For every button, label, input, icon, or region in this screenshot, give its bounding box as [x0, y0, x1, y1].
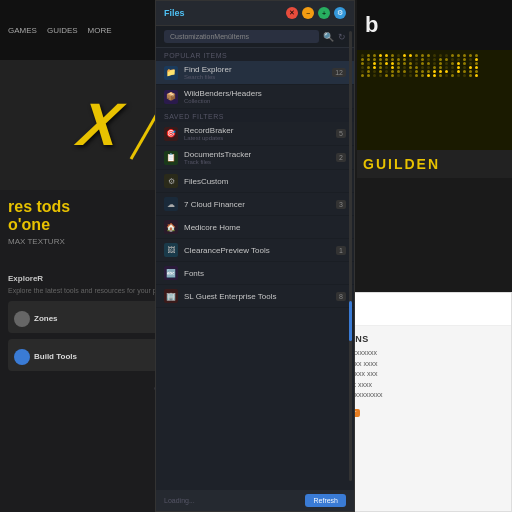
- dot-grid: [357, 50, 512, 81]
- center-panel: Files ✕ − + ⚙ CustomizationMenüItems 🔍 ↻…: [155, 0, 355, 512]
- menu-item-subtitle-1: Collection: [184, 98, 346, 104]
- menu-item-title-5: 7 Cloud Financer: [184, 200, 330, 209]
- section-popular: POPULAR ITEMS: [156, 48, 354, 61]
- menu-item-text-2: RecordBraker Latest updates: [184, 126, 330, 141]
- menu-item-title-2: RecordBraker: [184, 126, 330, 135]
- search-icon[interactable]: 🔍: [323, 32, 334, 42]
- menu-item-text-3: DocumentsTracker Track files: [184, 150, 330, 165]
- menu-item-title-7: ClearancePreview Tools: [184, 246, 330, 255]
- menu-item-text-5: 7 Cloud Financer: [184, 200, 330, 209]
- header-icons: ✕ − + ⚙: [286, 7, 346, 19]
- center-bottom-bar: Loading... Refresh: [156, 490, 354, 511]
- menu-item-title-1: WildBenders/Headers: [184, 89, 346, 98]
- refresh-button[interactable]: Refresh: [305, 494, 346, 507]
- menu-item-title-9: SL Guest Enterprise Tools: [184, 292, 330, 301]
- menu-item-badge-0: 12: [332, 68, 346, 77]
- menu-icon-6: 🏠: [164, 220, 178, 234]
- menu-item-text-8: Fonts: [184, 269, 346, 278]
- menu-item-title-0: Find Explorer: [184, 65, 326, 74]
- card-build-title: Build Tools: [34, 352, 77, 361]
- menu-item-badge-5: 3: [336, 200, 346, 209]
- settings-icon[interactable]: ⚙: [334, 7, 346, 19]
- menu-item-0[interactable]: 📁 Find Explorer Search files 12: [156, 61, 354, 85]
- menu-icon-1: 📦: [164, 90, 178, 104]
- minimize-icon[interactable]: −: [302, 7, 314, 19]
- card-zones-title: Zones: [34, 314, 58, 323]
- menu-icon-0: 📁: [164, 66, 178, 80]
- menu-icon-5: ☁: [164, 197, 178, 211]
- section-saved: SAVED FILTERS: [156, 109, 354, 122]
- menu-icon-4: ⚙: [164, 174, 178, 188]
- menu-item-8[interactable]: 🔤 Fonts: [156, 262, 354, 285]
- right-logo: b: [365, 12, 377, 38]
- guild-area: GUILDEN: [357, 150, 512, 178]
- menu-icon-7: 🖼: [164, 243, 178, 257]
- menu-item-title-8: Fonts: [184, 269, 346, 278]
- center-header: Files ✕ − + ⚙: [156, 1, 354, 26]
- menu-item-text-1: WildBenders/Headers Collection: [184, 89, 346, 104]
- scrollbar-track: [349, 31, 352, 481]
- menu-item-badge-3: 2: [336, 153, 346, 162]
- nav-items: GAMES GUIDES MORE: [8, 26, 112, 35]
- scrollbar-thumb[interactable]: [349, 301, 352, 341]
- menu-item-2[interactable]: 🎯 RecordBraker Latest updates 5: [156, 122, 354, 146]
- menu-icon-9: 🏢: [164, 289, 178, 303]
- dot-pattern: [357, 50, 512, 150]
- search-input[interactable]: CustomizationMenüItems: [164, 30, 319, 43]
- bottom-text: Loading...: [164, 497, 195, 504]
- right-panel: b GUILDEN: [357, 0, 512, 250]
- menu-icon-2: 🎯: [164, 127, 178, 141]
- menu-icon-8: 🔤: [164, 266, 178, 280]
- menu-item-title-3: DocumentsTracker: [184, 150, 330, 159]
- logo-letter: X: [75, 95, 126, 155]
- right-header: b: [357, 0, 512, 50]
- menu-item-7[interactable]: 🖼 ClearancePreview Tools 1: [156, 239, 354, 262]
- guild-text: GUILDEN: [363, 156, 506, 172]
- close-icon[interactable]: ✕: [286, 7, 298, 19]
- avatar-zones: [14, 311, 30, 327]
- menu-item-badge-2: 5: [336, 129, 346, 138]
- avatar-tools: [14, 349, 30, 365]
- menu-item-text-7: ClearancePreview Tools: [184, 246, 330, 255]
- menu-item-text-4: FilesCustom: [184, 177, 346, 186]
- search-bar: CustomizationMenüItems 🔍 ↻: [156, 26, 354, 48]
- menu-item-text-6: Medicore Home: [184, 223, 346, 232]
- nav-item-games[interactable]: GAMES: [8, 26, 37, 35]
- refresh-icon[interactable]: ↻: [338, 32, 346, 42]
- menu-item-3[interactable]: 📋 DocumentsTracker Track files 2: [156, 146, 354, 170]
- menu-icon-3: 📋: [164, 151, 178, 165]
- menu-item-9[interactable]: 🏢 SL Guest Enterprise Tools 8: [156, 285, 354, 308]
- menu-item-5[interactable]: ☁ 7 Cloud Financer 3: [156, 193, 354, 216]
- center-title: Files: [164, 8, 185, 18]
- nav-item-guides[interactable]: GUIDES: [47, 26, 78, 35]
- menu-item-1[interactable]: 📦 WildBenders/Headers Collection: [156, 85, 354, 109]
- nav-item-more[interactable]: MORE: [88, 26, 112, 35]
- menu-item-badge-9: 8: [336, 292, 346, 301]
- menu-item-title-4: FilesCustom: [184, 177, 346, 186]
- menu-item-subtitle-0: Search files: [184, 74, 326, 80]
- menu-item-subtitle-2: Latest updates: [184, 135, 330, 141]
- menu-item-title-6: Medicore Home: [184, 223, 346, 232]
- menu-item-subtitle-3: Track files: [184, 159, 330, 165]
- maximize-icon[interactable]: +: [318, 7, 330, 19]
- menu-item-6[interactable]: 🏠 Medicore Home: [156, 216, 354, 239]
- menu-item-4[interactable]: ⚙ FilesCustom: [156, 170, 354, 193]
- menu-item-text-9: SL Guest Enterprise Tools: [184, 292, 330, 301]
- menu-item-badge-7: 1: [336, 246, 346, 255]
- menu-item-text-0: Find Explorer Search files: [184, 65, 326, 80]
